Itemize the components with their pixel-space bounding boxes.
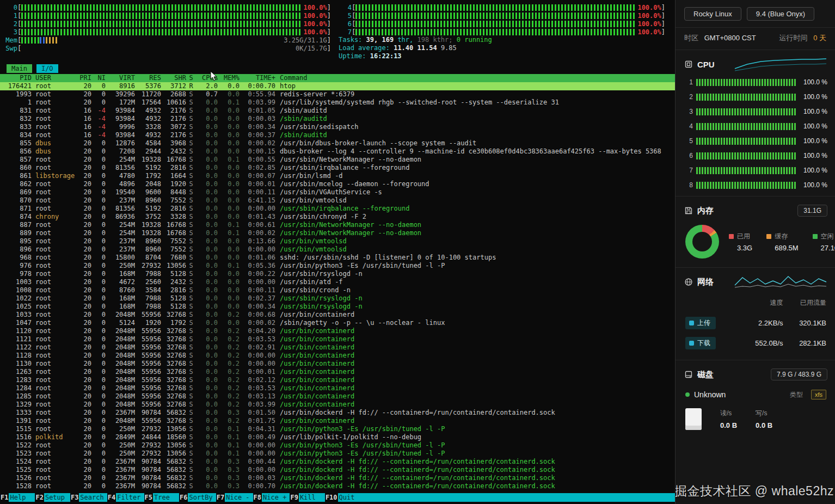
fkey-f4[interactable]: F4 [107, 493, 116, 502]
process-row[interactable]: 968root2001580087047680S0.00.00:01.06ssh… [0, 254, 675, 262]
process-row[interactable]: 1515root200250M2793213056S0.00.10:04.31/… [0, 425, 675, 433]
cell-virt: 2048M [106, 311, 135, 319]
column-header-pri[interactable]: PRI [75, 74, 91, 82]
process-row[interactable]: 1008root200876035842816S0.00.00:00.11/us… [0, 286, 675, 294]
process-row[interactable]: 1329root2002048M5595632768S0.00.20:03.99… [0, 401, 675, 409]
process-row[interactable]: 862root200489620481920S0.00.00:00.01/usr… [0, 180, 675, 188]
process-row[interactable]: 856dbus200720829442432S0.00.00:00.15dbus… [0, 147, 675, 156]
fkey-f6[interactable]: F6 [179, 493, 188, 502]
column-header-ni[interactable]: NI [91, 74, 106, 82]
process-row[interactable]: 887root200254M1932816768S0.00.10:00.61/u… [0, 221, 675, 229]
cell-pri: 20 [75, 376, 91, 384]
column-header-shr[interactable]: SHR [161, 74, 186, 82]
fkey-label-filter[interactable]: Filter [116, 493, 144, 502]
fkey-f2[interactable]: F2 [35, 493, 44, 502]
process-row[interactable]: 1022root200168M79885128S0.00.00:02.37/us… [0, 294, 675, 303]
fkey-label-setup[interactable]: Setup [44, 493, 70, 502]
column-header-time[interactable]: TIME+ [240, 74, 275, 82]
process-row[interactable]: 1130root2002048M5595632768S0.00.20:00.00… [0, 360, 675, 368]
cpu-core-bar [696, 108, 796, 115]
process-row[interactable]: 1047root200512419201792S0.00.00:00.02/sb… [0, 319, 675, 327]
column-header-user[interactable]: USER [32, 74, 75, 82]
process-row[interactable]: 870root200237M89607552S0.00.06:41.15/usr… [0, 196, 675, 205]
process-row[interactable]: 1526root2002367M9078456832S0.00.30:00.03… [0, 474, 675, 482]
column-header-mem[interactable]: MEM% [218, 74, 240, 82]
cell-user: dbus [32, 139, 75, 147]
column-header-res[interactable]: RES [135, 74, 161, 82]
process-row[interactable]: 1523root200250M2793213056S0.00.10:00.00/… [0, 450, 675, 458]
cell-time: 0:00.70 [240, 482, 275, 490]
column-header-command[interactable]: Command [275, 74, 675, 82]
process-row[interactable]: 832root16-49398449322176S0.00.00:00.03/s… [0, 115, 675, 123]
fkey-f8[interactable]: F8 [253, 493, 262, 502]
process-row[interactable]: 1120root2002048M5595632768S0.00.20:04.20… [0, 327, 675, 335]
process-row[interactable]: 1003root200467225602432S0.00.00:00.00/us… [0, 278, 675, 286]
tab-main[interactable]: Main [7, 64, 32, 73]
process-row[interactable]: 1283root2002048M5595632768S0.00.20:02.12… [0, 376, 675, 384]
process-row[interactable]: 895root200237M89607552S0.00.00:13.66/usr… [0, 237, 675, 245]
column-header-s[interactable]: S [186, 74, 196, 82]
process-row[interactable]: 1524root2002367M9078456832S0.00.30:00.44… [0, 458, 675, 466]
column-header-pid[interactable]: PID [0, 74, 32, 82]
process-row[interactable]: 1522root200250M2793213056S0.00.10:00.00/… [0, 441, 675, 450]
process-row[interactable]: 1525root2002367M9078456832S0.00.30:00.00… [0, 466, 675, 474]
process-row[interactable]: 834root16-49398449322176S0.00.00:00.37/s… [0, 131, 675, 139]
network-icon [684, 278, 693, 286]
fkey-label-help[interactable]: Help [9, 493, 35, 502]
fkey-f3[interactable]: F3 [70, 493, 79, 502]
os-button[interactable]: Rocky Linux [684, 7, 741, 21]
process-row[interactable]: 860root2008135651922816S0.00.00:02.85/us… [0, 164, 675, 172]
process-row[interactable]: 874chrony2008693637523328S0.00.00:01.43/… [0, 213, 675, 221]
process-row[interactable]: 1993root20039296117202688S0.70.00:55.94r… [0, 90, 675, 99]
process-row[interactable]: 176421root200891653763712R2.00.00:00.70h… [0, 82, 675, 90]
process-row[interactable]: 869root2001954096008448S0.00.00:00.11/us… [0, 188, 675, 196]
cell-shr: 3712 [161, 82, 186, 90]
process-row[interactable]: 976root200250M2793213056S0.00.10:05.36/u… [0, 262, 675, 270]
tab-io[interactable]: I/O [36, 64, 58, 73]
fkey-f10[interactable]: F10 [325, 493, 338, 502]
process-row[interactable]: 1122root2002048M5595632768S0.00.20:02.91… [0, 343, 675, 352]
fkey-f7[interactable]: F7 [216, 493, 225, 502]
process-row[interactable]: 896root200237M89607552S0.00.00:00.00/usr… [0, 245, 675, 254]
column-header-virt[interactable]: VIRT [106, 74, 135, 82]
process-row[interactable]: 889root200254M1932816768S0.00.10:00.02/u… [0, 229, 675, 237]
process-row[interactable]: 1391root2002048M5595632768S0.00.20:01.75… [0, 417, 675, 425]
cell-time: 0:00.00 [240, 360, 275, 368]
cell-cmd: /usr/sbin/NetworkManager --no-daemon [275, 156, 675, 164]
fkey-f5[interactable]: F5 [144, 493, 153, 502]
process-row[interactable]: 1333root2002367M9078456832S0.00.30:01.50… [0, 409, 675, 417]
cell-res: 55956 [135, 368, 161, 376]
process-row[interactable]: 1284root2002048M5595632768S0.00.20:03.53… [0, 384, 675, 392]
process-row[interactable]: 1516polkitd2002849M2484418560S0.00.10:00… [0, 433, 675, 441]
process-row[interactable]: 1033root2002048M5595632768S0.00.20:00.68… [0, 311, 675, 319]
process-row[interactable]: 1root200172M1756410616S0.00.10:03.99/usr… [0, 99, 675, 107]
process-row[interactable]: 831root16-49398449322176S0.00.00:01.05/s… [0, 107, 675, 115]
process-row[interactable]: 861libstorage200478017921664S0.00.00:00.… [0, 172, 675, 180]
fkey-label-kill[interactable]: Kill [299, 493, 325, 502]
fkey-label-sortby[interactable]: SortBy [188, 493, 216, 502]
cell-time: 0:00.11 [240, 286, 275, 294]
process-row[interactable]: 871root2008135651922816S0.00.00:00.00/us… [0, 205, 675, 213]
process-row[interactable]: 1025root200168M79885128S0.00.00:00.34/us… [0, 303, 675, 311]
cell-res: 8704 [135, 254, 161, 262]
fkey-label-nice[interactable]: Nice - [225, 493, 253, 502]
fkey-f1[interactable]: F1 [0, 493, 9, 502]
process-row[interactable]: 833root16-4999633283072S0.00.00:00.34/us… [0, 123, 675, 131]
fkey-label-nice[interactable]: Nice + [262, 493, 290, 502]
cell-cpu: 0.0 [196, 99, 218, 107]
process-row[interactable]: 1121root2002048M5595632768S0.00.20:03.53… [0, 335, 675, 343]
fkey-label-search[interactable]: Search [79, 493, 107, 502]
fkey-f9[interactable]: F9 [290, 493, 298, 502]
process-row[interactable]: 1528root2002367M9078456832S0.00.30:00.70… [0, 482, 675, 490]
process-row[interactable]: 857root200254M1932816768S0.00.10:00.55/u… [0, 156, 675, 164]
process-row[interactable]: 1285root2002048M5595632768S0.00.20:03.13… [0, 392, 675, 401]
process-row[interactable]: 978root200168M79885128S0.00.00:00.22/usr… [0, 270, 675, 278]
fkey-label-tree[interactable]: Tree [153, 493, 179, 502]
process-row[interactable]: 1263root2002048M5595632768S0.00.20:00.01… [0, 368, 675, 376]
process-row[interactable]: 855dbus2001287645843968S0.00.00:00.02/us… [0, 139, 675, 147]
process-row[interactable]: 1128root2002048M5595632768S0.00.20:00.00… [0, 352, 675, 360]
cell-user: root [32, 82, 75, 90]
network-direction-icon [689, 321, 694, 325]
os-version-button[interactable]: 9.4 (Blue Onyx) [747, 7, 814, 21]
fkey-label-quit[interactable]: Quit [338, 493, 364, 502]
